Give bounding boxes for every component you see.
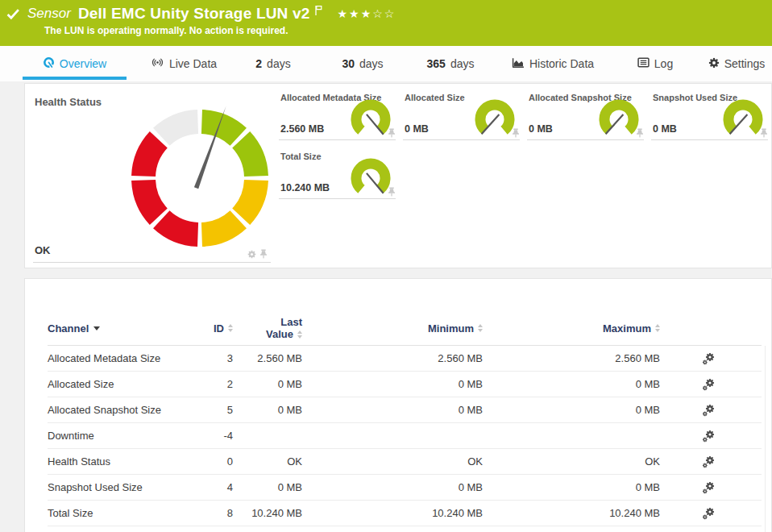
channel-minimum: 0 MB xyxy=(302,481,483,493)
channel-minimum: 0 MB xyxy=(302,404,483,416)
tab-30-days[interactable]: 30days xyxy=(335,46,390,81)
tab-settings[interactable]: Settings xyxy=(706,46,767,81)
channel-maximum: 10.240 MB xyxy=(483,507,660,519)
channel-last-value: 10.240 MB xyxy=(233,507,302,519)
column-header-maximum[interactable]: Maximum xyxy=(483,322,660,335)
page-title: Dell EMC Unity Storage LUN v2 xyxy=(78,5,310,23)
sort-desc-icon xyxy=(93,326,100,330)
area-chart-icon xyxy=(512,57,525,71)
mini-gauge-panel: Allocated Metadata Size 2.560 MB xyxy=(279,92,396,140)
channel-last-value: 0 MB xyxy=(233,378,302,390)
tab-log[interactable]: Log xyxy=(633,46,677,81)
channel-maximum: OK xyxy=(483,455,660,468)
tab-label: Settings xyxy=(724,57,766,70)
active-tab-underline xyxy=(23,77,127,80)
health-status-panel: Health Status OK xyxy=(33,92,271,263)
tab-2-days[interactable]: 2days xyxy=(248,46,298,81)
channel-maximum: 0 MB xyxy=(483,404,660,416)
object-kind-label: Sensor xyxy=(27,6,71,22)
sensor-status-message: The LUN is operating normally. No action… xyxy=(44,25,772,36)
mini-gauge-panel: Total Size 10.240 MB xyxy=(279,151,396,199)
tab-365-days[interactable]: 365days xyxy=(419,46,482,81)
health-status-value: OK xyxy=(35,244,51,256)
channel-settings-gears-icon[interactable] xyxy=(702,352,715,365)
sensor-header: Sensor Dell EMC Unity Storage LUN v2 ★★★… xyxy=(0,0,772,46)
channel-name: Total Size xyxy=(48,507,193,519)
gauge-value: 10.240 MB xyxy=(280,182,330,193)
priority-stars[interactable]: ★★★☆☆ xyxy=(338,7,396,20)
gauge-value: 0 MB xyxy=(529,123,553,135)
channel-row[interactable]: Allocated Metadata Size 3 2.560 MB 2.560… xyxy=(48,346,762,372)
channel-row[interactable]: Snapshot Used Size 4 0 MB 0 MB 0 MB xyxy=(48,475,762,501)
channel-name: Snapshot Used Size xyxy=(48,481,193,493)
channel-maximum: 0 MB xyxy=(483,481,660,493)
pin-icon[interactable] xyxy=(259,249,268,259)
channel-last-value: 0 MB xyxy=(233,481,302,493)
channel-settings-gears-icon[interactable] xyxy=(702,455,715,468)
channel-name: Allocated Size xyxy=(48,378,193,390)
mini-gauge-panel: Allocated Size 0 MB xyxy=(403,92,520,140)
channel-settings-gears-icon[interactable] xyxy=(702,378,715,391)
channel-settings-gears-icon[interactable] xyxy=(702,430,715,443)
channel-row[interactable]: Total Size 8 10.240 MB 10.240 MB 10.240 … xyxy=(48,501,762,526)
table-body: Allocated Metadata Size 3 2.560 MB 2.560… xyxy=(48,346,762,526)
channel-row[interactable]: Health Status 0 OK OK OK xyxy=(48,449,762,475)
channel-row[interactable]: Allocated Snapshot Size 5 0 MB 0 MB 0 MB xyxy=(48,397,762,423)
flag-icon[interactable] xyxy=(314,5,323,16)
channel-minimum: 0 MB xyxy=(302,378,483,390)
gauge-title: Total Size xyxy=(280,152,322,161)
channel-minimum: 2.560 MB xyxy=(302,352,483,364)
channel-name: Health Status xyxy=(48,455,193,468)
channel-settings-gears-icon[interactable] xyxy=(702,481,715,494)
channel-id: 8 xyxy=(193,507,233,519)
channel-row[interactable]: Allocated Size 2 0 MB 0 MB 0 MB xyxy=(48,372,762,397)
channel-name: Allocated Snapshot Size xyxy=(48,404,193,416)
gauge-icon xyxy=(43,56,55,71)
channel-id: 3 xyxy=(193,352,233,364)
log-list-icon xyxy=(637,57,650,70)
column-header-last-value[interactable]: Last Value xyxy=(233,316,302,340)
gauge-value: 0 MB xyxy=(405,123,429,135)
column-header-minimum[interactable]: Minimum xyxy=(302,322,483,335)
pin-icon[interactable] xyxy=(636,128,644,138)
column-header-id[interactable]: ID xyxy=(193,322,233,335)
channel-last-value: 2.560 MB xyxy=(233,352,302,364)
mini-gauge-panel: Snapshot Used Size 0 MB xyxy=(651,92,768,140)
gauge-value: 2.560 MB xyxy=(280,123,324,135)
gear-icon xyxy=(708,57,720,71)
health-status-gauge xyxy=(123,102,276,255)
pin-icon[interactable] xyxy=(388,128,396,138)
tab-live-data[interactable]: Live Data xyxy=(143,46,224,81)
channel-name: Allocated Metadata Size xyxy=(48,352,193,364)
prtg-sensor-page: { "colors": { "header_bg": "#a8c315", "a… xyxy=(0,0,772,532)
pin-icon[interactable] xyxy=(512,128,520,138)
channel-maximum: 2.560 MB xyxy=(483,352,660,364)
channel-id: 5 xyxy=(193,404,233,416)
channel-id: -4 xyxy=(193,430,233,442)
table-right-divider xyxy=(765,346,766,532)
channel-id: 0 xyxy=(193,455,233,468)
channel-settings-gears-icon[interactable] xyxy=(702,507,715,520)
channel-minimum: 10.240 MB xyxy=(302,507,483,519)
tab-label: Overview xyxy=(60,57,106,70)
channel-id: 2 xyxy=(193,378,233,390)
gauge-value: 0 MB xyxy=(653,123,677,135)
pin-icon[interactable] xyxy=(388,187,396,197)
pin-icon[interactable] xyxy=(760,128,768,138)
channel-last-value: OK xyxy=(233,455,302,468)
tab-historic-data[interactable]: Historic Data xyxy=(506,46,600,81)
sort-icon[interactable] xyxy=(655,324,660,332)
mini-gauge-grid: Allocated Metadata Size 2.560 MB Allocat… xyxy=(279,92,768,199)
tab-overview[interactable]: Overview xyxy=(23,46,127,81)
channel-row[interactable]: Downtime -4 xyxy=(48,423,762,449)
channel-maximum: 0 MB xyxy=(483,378,660,390)
column-header-channel[interactable]: Channel xyxy=(48,322,193,335)
tab-bar: Overview Live Data 2days 30days 365days … xyxy=(0,46,772,81)
gauge-title: Allocated Size xyxy=(405,93,465,102)
table-header-row: Channel ID Last Value Minimum Maximum xyxy=(48,311,762,346)
status-ok-check-icon xyxy=(6,8,20,20)
broadcast-icon xyxy=(151,57,164,70)
channel-settings-gears-icon[interactable] xyxy=(702,404,715,417)
channel-name: Downtime xyxy=(48,430,193,442)
gear-icon[interactable] xyxy=(247,250,256,259)
